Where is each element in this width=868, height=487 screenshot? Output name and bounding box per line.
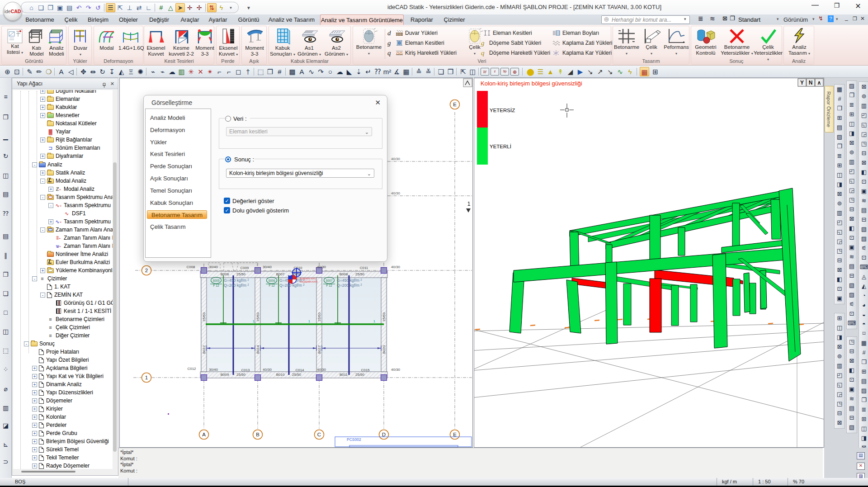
svg-text:G=450 kgf/m ²: G=450 kgf/m ² (337, 278, 362, 283)
svg-text:S007: S007 (326, 279, 333, 282)
svg-text:C011: C011 (360, 266, 368, 270)
svg-text:Q=200 kgf/m ²: Q=200 kgf/m ² (224, 283, 249, 288)
svg-text:40/30: 40/30 (391, 368, 401, 372)
svg-text:1: 1 (308, 319, 311, 323)
svg-text:Kolon-kiriş birleşim bölgesi g: Kolon-kiriş birleşim bölgesi güvensizliğ… (481, 80, 582, 87)
svg-text:B020: B020 (382, 345, 386, 354)
svg-text:1: 1 (467, 201, 471, 207)
svg-text:B006: B006 (221, 272, 229, 276)
svg-text:B011: B011 (340, 373, 348, 377)
svg-text:40/30: 40/30 (263, 368, 272, 372)
svg-text:C008: C008 (186, 265, 195, 269)
svg-text:1: 1 (145, 375, 148, 380)
svg-text:D: D (382, 432, 386, 437)
svg-text:25/50: 25/50 (355, 272, 365, 276)
svg-text:B: B (256, 432, 259, 437)
svg-text:40/30: 40/30 (391, 191, 401, 195)
svg-text:Q=200 kgf/m ²: Q=200 kgf/m ² (337, 283, 362, 288)
svg-text:25/50: 25/50 (382, 312, 386, 322)
svg-text:C009: C009 (240, 266, 249, 270)
svg-text:25/50: 25/50 (236, 373, 246, 377)
svg-text:C012: C012 (187, 367, 196, 371)
svg-text:B010: B010 (276, 373, 285, 377)
svg-text:25/50: 25/50 (256, 312, 260, 322)
svg-text:25/50: 25/50 (202, 312, 206, 322)
svg-text:S006: S006 (268, 279, 275, 282)
svg-text:1: 1 (373, 319, 376, 323)
svg-text:40/30: 40/30 (391, 265, 401, 269)
svg-text:40/30: 40/30 (317, 265, 326, 269)
svg-text:40/30: 40/30 (391, 157, 401, 161)
svg-text:YETERLİ: YETERLİ (490, 144, 511, 149)
svg-text:F 12: F 12 (326, 284, 332, 287)
svg-text:YETERSİZ: YETERSİZ (490, 108, 515, 113)
svg-text:E: E (453, 432, 457, 437)
svg-text:B(ZEMİN KAT): B(ZEMİN KAT) (300, 277, 316, 280)
svg-text:30/40: 30/40 (209, 368, 218, 372)
svg-text:B008: B008 (340, 272, 348, 276)
svg-text:C: C (317, 432, 321, 437)
svg-text:25/50: 25/50 (317, 312, 321, 322)
svg-text:B009: B009 (221, 373, 229, 377)
svg-text:40/30: 40/30 (317, 368, 326, 372)
svg-text:B007: B007 (276, 272, 285, 276)
svg-text:S005: S005 (212, 279, 220, 282)
svg-text:C013: C013 (241, 368, 250, 372)
svg-text:F 12: F 12 (213, 284, 219, 287)
svg-text:30/40: 30/40 (263, 265, 272, 269)
svg-text:A: A (202, 432, 206, 437)
svg-text:25/50: 25/50 (355, 373, 365, 377)
svg-text:C015: C015 (361, 368, 370, 372)
svg-text:∧: ∧ (817, 80, 821, 86)
svg-text:2: 2 (145, 268, 148, 273)
svg-text:E: E (453, 102, 457, 107)
svg-text:KA(ZEMİN KAT): KA(ZEMİN KAT) (300, 280, 318, 283)
svg-text:25/50: 25/50 (292, 373, 302, 377)
svg-text:C014: C014 (295, 368, 304, 372)
svg-text:B012: B012 (202, 345, 206, 354)
svg-text:N: N (809, 80, 813, 86)
svg-text:F 12: F 12 (269, 284, 274, 287)
svg-text:B014: B014 (256, 345, 260, 354)
svg-text:B017: B017 (317, 345, 321, 354)
svg-text:PCS002: PCS002 (347, 437, 361, 442)
svg-text:30/40: 30/40 (209, 265, 218, 269)
svg-text:Y: Y (800, 80, 804, 86)
svg-text:25/50: 25/50 (236, 272, 246, 276)
svg-text:G=450 kgf/m ²: G=450 kgf/m ² (224, 278, 249, 283)
svg-text:1: 1 (253, 319, 255, 323)
